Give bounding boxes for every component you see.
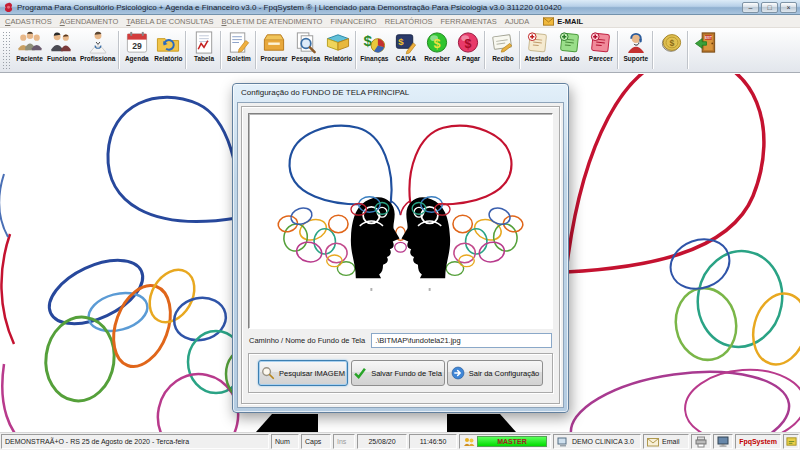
maximize-button[interactable]: □ [761,2,778,13]
relatorio-caixa-icon [325,30,351,55]
toolbar-button-caixa[interactable]: $ CAIXA [390,29,421,71]
search-image-button[interactable]: Pesquisar IMAGEM [258,360,348,386]
menu-ajuda[interactable]: AJUDA [505,17,530,26]
config-dialog: Configuração do FUNDO DE TELA PRINCIPAL [232,83,569,413]
toolbar-separator [484,31,486,69]
toolbar-button-funciona[interactable]: Funciona [45,29,78,71]
toolbar-label: Laudo [560,55,580,63]
menu-financeiro[interactable]: FINANCEIRO [330,17,376,26]
dialog-title: Configuração do FUNDO DE TELA PRINCIPAL [241,88,409,97]
toolbar-button-a-pagar[interactable]: $ A Pagar [452,29,483,71]
profissional-icon [85,30,111,55]
path-label: Caminho / Nome do Fundo de Tela [249,336,365,345]
toolbar-label: Pesquisa [292,55,321,63]
funcionario-icon [48,30,74,55]
toolbar-button-recibo[interactable]: Recibo [487,29,518,71]
toolbar-button-procurar[interactable]: Procurar [258,29,289,71]
toolbar-button-agenda[interactable]: 29 Agenda [121,29,152,71]
status-monitor-panel[interactable] [713,434,733,449]
toolbar-button-tabela[interactable]: Tabela [188,29,219,71]
save-wallpaper-button[interactable]: Salvar Fundo de Tela [351,360,445,386]
path-input[interactable] [371,333,552,348]
recibo-icon [490,30,516,55]
svg-text:$: $ [669,38,674,48]
window-controls: – □ × [742,2,797,13]
menu-boletim-de-atendimento[interactable]: BOLETIM DE ATENDIMENTO [221,17,322,26]
status-printer-panel[interactable] [691,434,711,449]
toolbar-button-atestado[interactable]: Atestado [522,29,554,71]
relatorio-agenda-icon [155,30,181,55]
toolbar-label: Receber [424,55,450,63]
exit-door-icon: EXIT [693,30,719,55]
toolbar-button-profissiona[interactable]: Profissiona [78,29,117,71]
toolbar-group-pesquisa: Procurar Pesquisa Relatório [258,29,354,71]
status-ins-panel: Ins [333,434,355,449]
status-time-panel: 11:46:50 [409,434,457,449]
toolbar-button-laudo[interactable]: Laudo [554,29,585,71]
button-label: Salvar Fundo de Tela [371,369,442,378]
toolbar-button-parecer[interactable]: Parecer [585,29,616,71]
exit-sign-text: EXIT [705,36,712,40]
status-email-panel[interactable]: Email [643,434,689,449]
titlebar[interactable]: Programa Para Consultório Psicológico + … [0,0,800,15]
boletim-icon [226,30,252,55]
svg-text:$: $ [465,37,472,51]
insert-indicator: Ins [337,438,346,445]
toolbar-gripper [2,31,12,69]
svg-text:$: $ [434,37,441,51]
toolbar-group-tabela: Tabela [188,29,219,71]
blue-arrow-icon [451,366,465,380]
menu-relatorios[interactable]: RELATÓRIOS [385,17,433,26]
minimize-button[interactable]: – [742,2,759,13]
toolbar-label: Recibo [492,55,514,63]
toolbar-button-financas[interactable]: $ Finanças [358,29,390,71]
email-menu-icon [543,17,554,26]
toolbar-button-sair[interactable]: EXIT [690,29,721,71]
atestado-icon [525,30,551,55]
pesquisa-icon [293,30,319,55]
monitor-icon [717,436,729,448]
status-caps-panel: Caps [301,434,331,449]
dialog-titlebar[interactable]: Configuração do FUNDO DE TELA PRINCIPAL [233,84,568,101]
toolbar-group-recibo: Recibo [487,29,518,71]
toolbar-button-moeda[interactable]: $ [655,29,686,71]
status-info-text: DEMONSTRAÃ+O - RS 25 de Agosto de 2020 -… [5,438,189,445]
toolbar-label: Paciente [16,55,43,63]
toolbar-label: Profissiona [80,55,115,63]
dialog-panel: Caminho / Nome do Fundo de Tela Pesquisa… [241,106,560,404]
menu-ferramentas[interactable]: FERRAMENTAS [441,17,497,26]
menu-email[interactable]: E-MAIL [557,17,583,26]
toolbar-label: Atestado [524,55,552,63]
computer-icon [557,436,569,448]
close-button[interactable]: × [780,2,797,13]
wallpaper-preview-image [249,114,552,328]
status-time: 11:46:50 [420,438,447,445]
status-date: 25/08/20 [368,438,395,445]
green-check-icon [353,366,367,380]
toolbar-button-relatorio-agenda[interactable]: Relatório [152,29,184,71]
status-info-panel: DEMONSTRAÃ+O - RS 25 de Agosto de 2020 -… [1,434,269,449]
toolbar-button-receber[interactable]: $ Receber [421,29,452,71]
toolbar-button-paciente[interactable]: Paciente [14,29,45,71]
menubar: CADASTROS AGENDAMENTO TABELA DE CONSULTA… [0,15,800,28]
menu-cadastros[interactable]: CADASTROS [5,17,52,26]
menu-agendamento[interactable]: AGENDAMENTO [60,17,119,26]
a-pagar-icon: $ [455,30,481,55]
laudo-icon [557,30,583,55]
toolbar-button-pesquisa[interactable]: Pesquisa [290,29,323,71]
toolbar-button-suporte[interactable]: Suporte [620,29,651,71]
toolbar-button-relatorio-pesquisa[interactable]: Relatório [322,29,354,71]
clinic-name: DEMO CLINICA 3.0 [572,438,634,445]
toolbar-group-boletim: Boletim [223,29,254,71]
magnifier-icon [261,366,275,380]
exit-config-button[interactable]: Sair da Configuração [447,360,543,386]
menu-tabela-de-consultas[interactable]: TABELA DE CONSULTAS [126,17,213,26]
toolbar-button-boletim[interactable]: Boletim [223,29,254,71]
svg-text:$: $ [398,36,404,47]
dialog-button-strip: Pesquisar IMAGEM Salvar Fundo de Tela [248,353,553,393]
toolbar-label: Boletim [227,55,251,63]
button-label: Sair da Configuração [469,369,539,378]
status-num-panel: Num [271,434,299,449]
toolbar-label: CAIXA [396,55,416,63]
agenda-day: 29 [132,41,142,51]
